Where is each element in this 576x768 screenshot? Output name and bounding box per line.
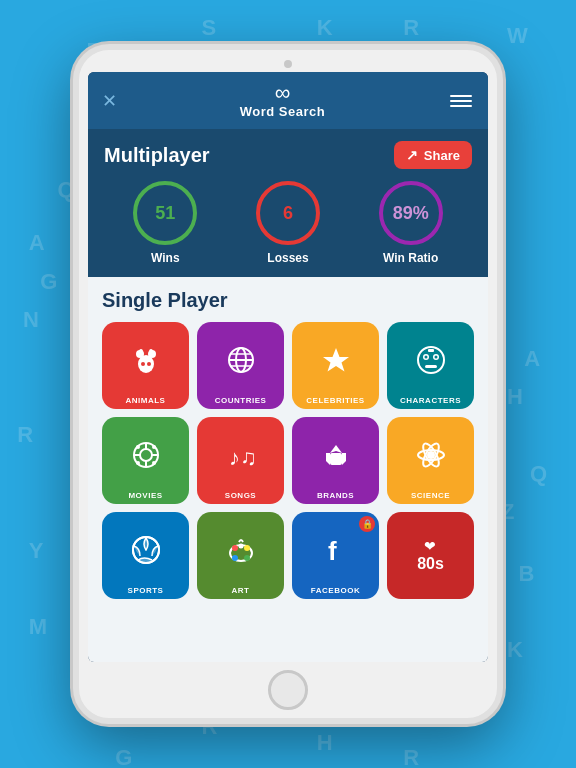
- svg-point-6: [147, 362, 151, 366]
- celebrities-icon: [320, 328, 352, 392]
- losses-stat: 6 Losses: [256, 181, 320, 265]
- losses-label: Losses: [267, 251, 308, 265]
- characters-icon: [415, 328, 447, 392]
- app-title: Word Search: [240, 104, 325, 119]
- heart-icon: ❤: [424, 538, 436, 554]
- svg-rect-32: [330, 453, 342, 465]
- ratio-circle: 89%: [379, 181, 443, 245]
- ratio-label: Win Ratio: [383, 251, 438, 265]
- art-label: ART: [232, 586, 250, 595]
- lock-badge: 🔒: [359, 516, 375, 532]
- svg-marker-31: [330, 445, 342, 453]
- science-icon: [415, 423, 447, 487]
- movies-icon: [130, 423, 162, 487]
- category-celebrities[interactable]: CELEBRITIES: [292, 322, 379, 409]
- close-button[interactable]: ✕: [102, 90, 117, 112]
- svg-text:♪♫: ♪♫: [229, 445, 257, 470]
- ipad-screen: ✕ ∞ Word Search Multiplayer ↗ Share: [88, 72, 488, 662]
- svg-marker-12: [323, 348, 349, 372]
- svg-point-4: [149, 349, 153, 355]
- category-songs[interactable]: ♪♫ SONGS: [197, 417, 284, 504]
- multiplayer-title: Multiplayer: [104, 144, 210, 167]
- share-label: Share: [424, 148, 460, 163]
- svg-point-42: [232, 545, 238, 551]
- single-player-title: Single Player: [102, 289, 474, 312]
- multiplayer-section: Multiplayer ↗ Share 51 Wins 6 Losses 89%…: [88, 129, 488, 277]
- svg-marker-34: [342, 453, 346, 465]
- ipad-frame: ✕ ∞ Word Search Multiplayer ↗ Share: [73, 44, 503, 724]
- 80s-icon: ❤ 80s: [417, 518, 444, 591]
- svg-point-28: [136, 461, 140, 465]
- category-science[interactable]: SCIENCE: [387, 417, 474, 504]
- brands-label: BRANDS: [317, 491, 354, 500]
- ipad-camera: [284, 60, 292, 68]
- category-art[interactable]: ART: [197, 512, 284, 599]
- animals-icon: [130, 328, 162, 392]
- svg-point-46: [238, 544, 243, 549]
- celebrities-label: CELEBRITIES: [306, 396, 364, 405]
- svg-point-26: [136, 445, 140, 449]
- svg-point-35: [427, 451, 435, 459]
- category-countries[interactable]: COUNTRIES: [197, 322, 284, 409]
- svg-point-5: [141, 362, 145, 366]
- wins-circle: 51: [133, 181, 197, 245]
- svg-point-21: [140, 449, 152, 461]
- home-button[interactable]: [268, 670, 308, 710]
- 80s-text: 80s: [417, 556, 444, 572]
- movies-label: MOVIES: [128, 491, 162, 500]
- share-button[interactable]: ↗ Share: [394, 141, 472, 169]
- sports-icon: [130, 518, 162, 582]
- category-80s[interactable]: ❤ 80s: [387, 512, 474, 599]
- losses-circle: 6: [256, 181, 320, 245]
- categories-grid: ANIMALS COUNTRIES: [102, 322, 474, 599]
- menu-line-3: [450, 105, 472, 107]
- wins-label: Wins: [151, 251, 180, 265]
- multiplayer-header: Multiplayer ↗ Share: [104, 141, 472, 169]
- single-player-section: Single Player: [88, 277, 488, 662]
- brands-icon: [320, 423, 352, 487]
- animals-label: ANIMALS: [126, 396, 166, 405]
- svg-point-3: [139, 349, 143, 355]
- category-brands[interactable]: BRANDS: [292, 417, 379, 504]
- svg-rect-19: [428, 349, 434, 352]
- science-label: SCIENCE: [411, 491, 450, 500]
- wins-stat: 51 Wins: [133, 181, 197, 265]
- stats-row: 51 Wins 6 Losses 89% Win Ratio: [104, 181, 472, 265]
- facebook-label: FACEBOOK: [311, 586, 360, 595]
- sports-label: SPORTS: [128, 586, 164, 595]
- facebook-icon: f: [320, 518, 352, 582]
- category-animals[interactable]: ANIMALS: [102, 322, 189, 409]
- share-icon: ↗: [406, 147, 418, 163]
- svg-point-44: [232, 555, 238, 561]
- menu-line-1: [450, 95, 472, 97]
- svg-point-17: [434, 356, 437, 359]
- svg-text:f: f: [328, 536, 337, 566]
- menu-line-2: [450, 100, 472, 102]
- svg-marker-33: [326, 453, 330, 465]
- svg-point-29: [152, 461, 156, 465]
- countries-icon: [225, 328, 257, 392]
- svg-point-45: [244, 555, 250, 561]
- menu-button[interactable]: [448, 93, 474, 109]
- art-icon: [225, 518, 257, 582]
- svg-point-16: [424, 356, 427, 359]
- svg-point-27: [152, 445, 156, 449]
- category-sports[interactable]: SPORTS: [102, 512, 189, 599]
- ratio-stat: 89% Win Ratio: [379, 181, 443, 265]
- category-movies[interactable]: MOVIES: [102, 417, 189, 504]
- svg-point-43: [244, 545, 250, 551]
- app-header: ✕ ∞ Word Search: [88, 72, 488, 129]
- countries-label: COUNTRIES: [215, 396, 267, 405]
- songs-icon: ♪♫: [225, 423, 257, 487]
- category-facebook[interactable]: 🔒 f FACEBOOK: [292, 512, 379, 599]
- logo-icon: ∞: [275, 82, 291, 104]
- header-center: ∞ Word Search: [240, 82, 325, 119]
- songs-label: SONGS: [225, 491, 256, 500]
- category-characters[interactable]: CHARACTERS: [387, 322, 474, 409]
- characters-label: CHARACTERS: [400, 396, 461, 405]
- svg-rect-18: [425, 365, 437, 368]
